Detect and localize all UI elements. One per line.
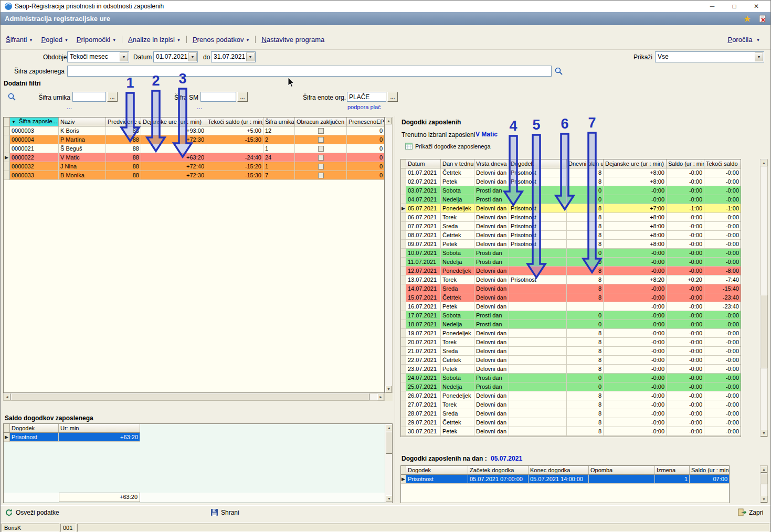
employee-code-input[interactable] [67, 66, 552, 77]
day-events-column-header[interactable]: Saldo (ur : min) [690, 466, 730, 475]
events-row[interactable]: 19.07.2021PonedeljekDelovni dan8-0:00-0:… [401, 329, 741, 338]
scroll-right-icon[interactable]: ► [377, 393, 384, 400]
events-column-header[interactable]: Dan v tednu [441, 159, 474, 168]
events-row[interactable]: 17.07.2021SobotaProsti dan0-0:00-0:00-0:… [401, 311, 741, 320]
employee-row[interactable]: ▶0000022V Matic88+63:20-24:40240 [4, 153, 385, 162]
menu-item-5[interactable]: Prenos podatkov▼ [188, 33, 254, 47]
events-row[interactable]: 12.07.2021PonedeljekDelovni dan8-0:00-0:… [401, 267, 741, 275]
saldo-vscrollbar[interactable]: ▲ ▼ [385, 424, 393, 503]
prikazi-select[interactable]: Vse ▼ [655, 51, 764, 62]
events-row[interactable]: 30.07.2021PetekDelovni dan8-0:00-0:00-0:… [401, 427, 741, 436]
vscroll-thumb[interactable] [761, 474, 767, 484]
panel-splitter[interactable] [395, 116, 395, 503]
date-to-dropdown-icon[interactable]: ▼ [246, 52, 255, 61]
events-row[interactable]: 09.07.2021PetekDelovni danPrisotnost8+8:… [401, 240, 741, 249]
day-events-row[interactable]: ▶Prisotnost05.07.2021 07:00:0005.07.2021… [401, 475, 730, 484]
save-button[interactable]: Shrani [210, 508, 239, 516]
employee-column-header[interactable]: Naziv [59, 118, 106, 126]
events-row[interactable]: 29.07.2021ČetrtekDelovni dan8-0:00-0:00-… [401, 418, 741, 427]
sifra-sm-more-link[interactable]: ... [197, 103, 202, 111]
menu-item-porocila[interactable]: Poročila ▼ [723, 33, 764, 47]
sifra-sm-input[interactable] [200, 92, 236, 102]
scroll-down-icon[interactable]: ▼ [761, 496, 767, 503]
close-form-icon[interactable] [758, 15, 766, 23]
saldo-row[interactable]: ▶Prisotnost+63:20 [4, 433, 140, 442]
minimize-button[interactable]: ─ [703, 1, 721, 12]
saldo-column-header[interactable]: Ur: min [59, 424, 140, 433]
podpora-plac-link[interactable]: podpora plač [347, 104, 381, 110]
scroll-up-icon[interactable]: ▲ [761, 159, 767, 166]
menu-item-3[interactable]: Pripomočki▼ [72, 33, 120, 47]
hscroll-thumb[interactable] [11, 393, 369, 400]
employee-column-header[interactable]: Obracun zaključen [295, 118, 347, 126]
sifra-enote-lookup-button[interactable]: ... [387, 92, 398, 102]
menu-item-4[interactable]: Analize in izpisi▼ [124, 33, 185, 47]
events-row[interactable]: 07.07.2021SredaDelovni danPrisotnost8+8:… [401, 222, 741, 231]
obdobje-dropdown-icon[interactable]: ▼ [120, 52, 128, 61]
scroll-down-icon[interactable]: ▼ [761, 430, 767, 437]
events-row[interactable]: 11.07.2021NedeljaProsti dan0-0:00-0:00-0… [401, 258, 741, 267]
events-row[interactable]: 15.07.2021ČetrtekDelovni dan8-0:00-0:00-… [401, 293, 741, 302]
prikazi-dropdown-icon[interactable]: ▼ [755, 52, 763, 61]
events-column-header[interactable]: Datum [406, 159, 441, 168]
date-to-select[interactable]: 31.07.2021 ▼ [211, 51, 256, 62]
events-row[interactable]: 21.07.2021SredaDelovni dan8-0:00-0:00-0:… [401, 347, 741, 356]
saldo-column-header[interactable]: Dogodek [10, 424, 59, 433]
sifra-sm-lookup-button[interactable]: ... [237, 92, 248, 102]
events-row[interactable]: 23.07.2021PetekDelovni dan8-0:00-0:00-0:… [401, 365, 741, 374]
day-events-vscrollbar[interactable]: ▲ ▼ [760, 465, 768, 503]
vscroll-thumb[interactable] [386, 432, 393, 454]
employee-row[interactable]: 0000003K Boris88+93:00+5:00120 [4, 126, 385, 135]
events-row[interactable]: 28.07.2021SredaDelovni dan8-0:00-0:00-0:… [401, 409, 741, 418]
employee-column-header[interactable]: Predvidene ure [106, 118, 141, 126]
scroll-up-icon[interactable]: ▲ [761, 466, 767, 473]
day-events-column-header[interactable]: Izmena [655, 466, 690, 475]
close-button[interactable]: ✕ [747, 1, 765, 12]
events-row[interactable]: 03.07.2021SobotaProsti dan0-0:00-0:00-0:… [401, 186, 741, 195]
filter-search-icon[interactable] [7, 92, 16, 101]
employee-row[interactable]: 0000033B Monika88+72:30-15:3070 [4, 171, 385, 180]
date-from-dropdown-icon[interactable]: ▼ [188, 52, 197, 61]
obracun-checkbox[interactable] [318, 164, 324, 169]
close-form-button[interactable]: Zapri [738, 508, 763, 516]
scroll-up-icon[interactable]: ▲ [385, 118, 392, 124]
show-events-button[interactable]: Prikaži dogodke zaposlenega [405, 143, 491, 150]
events-row[interactable]: ▶05.07.2021PonedeljekDelovni danPrisotno… [401, 204, 741, 213]
favorites-star-icon[interactable]: ★ [744, 12, 751, 25]
sifra-enote-input[interactable] [347, 92, 386, 102]
obracun-checkbox[interactable] [318, 128, 324, 134]
date-from-select[interactable]: 01.07.2021 ▼ [153, 51, 198, 62]
events-row[interactable]: 25.07.2021NedeljaProsti dan0-0:00-0:00-0… [401, 382, 741, 391]
events-column-header[interactable]: Dnevni plan ur [567, 159, 604, 168]
obracun-checkbox[interactable] [318, 173, 324, 178]
sifra-urnika-lookup-button[interactable]: ... [107, 92, 118, 102]
events-row[interactable]: 13.07.2021TorekDelovni danPrisotnost8+8:… [401, 275, 741, 284]
scroll-down-icon[interactable]: ▼ [386, 495, 393, 502]
events-row[interactable]: 08.07.2021ČetrtekDelovni danPrisotnost8+… [401, 231, 741, 240]
events-column-header[interactable]: Dejanske ure (ur : min) [604, 159, 667, 168]
events-column-header[interactable]: Dogodek [509, 159, 567, 168]
events-row[interactable]: 26.07.2021PonedeljekDelovni dan8-0:00-0:… [401, 391, 741, 400]
menu-item-6[interactable]: Nastavitve programa [257, 33, 329, 47]
events-column-header[interactable]: Saldo (ur : min) [667, 159, 704, 168]
scroll-down-icon[interactable]: ▼ [385, 386, 392, 392]
scroll-up-icon[interactable]: ▲ [386, 424, 393, 431]
employee-grid-vscrollbar[interactable]: ▲ ▼ [385, 117, 393, 393]
refresh-data-button[interactable]: Osveži podatke [5, 508, 59, 517]
events-row[interactable]: 01.07.2021ČetrtekDelovni danPrisotnost8+… [401, 168, 741, 177]
scroll-left-icon[interactable]: ◄ [4, 393, 10, 400]
day-events-column-header[interactable]: Konec dogodka [529, 466, 589, 475]
events-row[interactable]: 24.07.2021SobotaProsti dan0-0:00-0:00-0:… [401, 374, 741, 382]
employee-row[interactable]: 0000004P Martina88+72:30-15:3020 [4, 135, 385, 144]
events-row[interactable]: 14.07.2021SredaDelovni dan8-0:00-0:00-15… [401, 284, 741, 293]
events-row[interactable]: 27.07.2021TorekDelovni dan8-0:00-0:00-0:… [401, 400, 741, 409]
employee-column-header[interactable]: PrenesenoEP [347, 118, 385, 126]
vscroll-thumb[interactable] [761, 295, 767, 368]
employee-row[interactable]: 0000021Š Beguš8810 [4, 144, 385, 153]
search-icon[interactable] [554, 67, 563, 76]
employee-column-header[interactable]: ▼ Šifra zaposle... [10, 118, 59, 126]
events-row[interactable]: 20.07.2021TorekDelovni dan8-0:00-0:00-0:… [401, 338, 741, 347]
events-grid-vscrollbar[interactable]: ▲ ▼ [760, 159, 768, 437]
obdobje-select[interactable]: Tekoči mesec ▼ [67, 51, 129, 62]
menu-item-2[interactable]: Pogled▼ [37, 33, 72, 47]
